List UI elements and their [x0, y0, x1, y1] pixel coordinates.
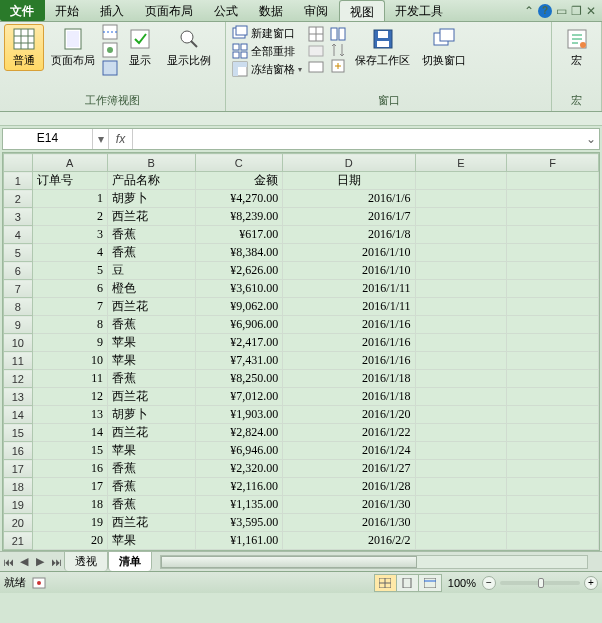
cell[interactable]: 2016/1/30	[283, 514, 415, 532]
cell[interactable]	[415, 478, 507, 496]
cell[interactable]: 16	[32, 460, 107, 478]
tab-review[interactable]: 审阅	[294, 0, 339, 21]
row-header[interactable]: 7	[4, 280, 33, 298]
cell[interactable]: 2016/1/18	[283, 388, 415, 406]
new-window-button[interactable]: 新建窗口	[230, 24, 304, 42]
macro-record-icon[interactable]	[32, 576, 46, 590]
cell[interactable]	[415, 442, 507, 460]
custom-view-icon[interactable]	[102, 42, 118, 58]
col-header[interactable]: B	[107, 154, 195, 172]
cell[interactable]	[507, 262, 599, 280]
cell[interactable]: 3	[32, 226, 107, 244]
cell[interactable]: ¥8,384.00	[195, 244, 283, 262]
cell[interactable]: ¥6,906.00	[195, 316, 283, 334]
window-close-icon[interactable]: ✕	[586, 4, 596, 18]
hide-icon[interactable]	[308, 42, 324, 58]
view-normal-button[interactable]: 普通	[4, 24, 44, 71]
tab-formulas[interactable]: 公式	[204, 0, 249, 21]
cell[interactable]	[415, 316, 507, 334]
col-header[interactable]: A	[32, 154, 107, 172]
cell[interactable]: ¥8,250.00	[195, 370, 283, 388]
cell[interactable]: 香蕉	[107, 496, 195, 514]
cell[interactable]: 19	[32, 514, 107, 532]
row-header[interactable]: 1	[4, 172, 33, 190]
cell[interactable]	[507, 406, 599, 424]
row-header[interactable]: 14	[4, 406, 33, 424]
cell[interactable]: 15	[32, 442, 107, 460]
cell[interactable]	[507, 370, 599, 388]
cell[interactable]: 胡萝卜	[107, 406, 195, 424]
unhide-icon[interactable]	[308, 58, 324, 74]
row-header[interactable]: 11	[4, 352, 33, 370]
cell[interactable]	[507, 208, 599, 226]
zoom-button[interactable]: 显示比例	[162, 24, 216, 71]
cell[interactable]: 香蕉	[107, 226, 195, 244]
cell[interactable]: ¥4,270.00	[195, 190, 283, 208]
sheet-tab-list[interactable]: 清单	[108, 551, 152, 571]
cell[interactable]: ¥7,431.00	[195, 352, 283, 370]
switch-windows-button[interactable]: 切换窗口	[417, 24, 471, 71]
cell[interactable]	[415, 280, 507, 298]
cell[interactable]	[507, 298, 599, 316]
horizontal-scrollbar[interactable]	[160, 555, 588, 569]
cell[interactable]: 豆	[107, 262, 195, 280]
formula-input[interactable]	[133, 129, 583, 149]
cell[interactable]: 2016/2/2	[283, 532, 415, 550]
cell[interactable]: 2016/1/11	[283, 280, 415, 298]
cell[interactable]	[415, 172, 507, 190]
zoom-in-button[interactable]: +	[584, 576, 598, 590]
window-restore-icon[interactable]: ❐	[571, 4, 582, 18]
reset-pos-icon[interactable]	[330, 58, 346, 74]
cell[interactable]: ¥2,320.00	[195, 460, 283, 478]
cell[interactable]: ¥2,824.00	[195, 424, 283, 442]
cell[interactable]: 橙色	[107, 280, 195, 298]
sync-scroll-icon[interactable]	[330, 42, 346, 58]
cell[interactable]: 11	[32, 370, 107, 388]
cell[interactable]: 苹果	[107, 352, 195, 370]
cell[interactable]: 西兰花	[107, 298, 195, 316]
tab-insert[interactable]: 插入	[90, 0, 135, 21]
cell[interactable]	[415, 388, 507, 406]
cell[interactable]	[415, 226, 507, 244]
cell[interactable]: ¥9,062.00	[195, 298, 283, 316]
cell[interactable]: 2016/1/24	[283, 442, 415, 460]
cell[interactable]: 5	[32, 262, 107, 280]
cell[interactable]: 产品名称	[107, 172, 195, 190]
cell[interactable]: 订单号	[32, 172, 107, 190]
cell[interactable]: 2016/1/6	[283, 190, 415, 208]
cell[interactable]: 2016/1/30	[283, 496, 415, 514]
cell[interactable]: 2016/1/22	[283, 424, 415, 442]
row-header[interactable]: 16	[4, 442, 33, 460]
cell[interactable]	[507, 532, 599, 550]
cell[interactable]: 17	[32, 478, 107, 496]
cell[interactable]: 西兰花	[107, 388, 195, 406]
cell[interactable]	[507, 460, 599, 478]
tab-file[interactable]: 文件	[0, 0, 45, 21]
view-normal-shortcut[interactable]	[375, 575, 397, 591]
cell[interactable]	[507, 424, 599, 442]
name-box[interactable]: E14	[3, 129, 93, 149]
cell[interactable]: ¥1,135.00	[195, 496, 283, 514]
cell[interactable]	[415, 334, 507, 352]
cell[interactable]: 1	[32, 190, 107, 208]
row-header[interactable]: 12	[4, 370, 33, 388]
cell[interactable]: 香蕉	[107, 244, 195, 262]
row-header[interactable]: 13	[4, 388, 33, 406]
tab-data[interactable]: 数据	[249, 0, 294, 21]
row-header[interactable]: 17	[4, 460, 33, 478]
cell[interactable]: 苹果	[107, 442, 195, 460]
row-header[interactable]: 9	[4, 316, 33, 334]
select-all-corner[interactable]	[4, 154, 33, 172]
cell[interactable]	[507, 226, 599, 244]
cell[interactable]: 18	[32, 496, 107, 514]
cell[interactable]: ¥1,161.00	[195, 532, 283, 550]
cell[interactable]: 20	[32, 532, 107, 550]
view-pagebreak-shortcut[interactable]	[419, 575, 441, 591]
cell[interactable]	[415, 298, 507, 316]
cell[interactable]: ¥8,239.00	[195, 208, 283, 226]
cell[interactable]: 6	[32, 280, 107, 298]
worksheet-grid[interactable]: A B C D E F 1 订单号 产品名称 金额 日期 2 1 胡萝卜 ¥4,…	[2, 152, 600, 551]
cell[interactable]: 14	[32, 424, 107, 442]
cell[interactable]	[415, 406, 507, 424]
cell[interactable]: 日期	[283, 172, 415, 190]
